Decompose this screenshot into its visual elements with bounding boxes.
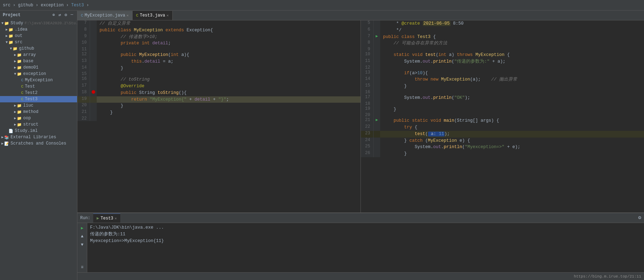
expand-icon: ▶ bbox=[14, 65, 16, 70]
line-gutter bbox=[373, 144, 380, 151]
bottom-tab-test3[interactable]: ▶ Test3 ✕ bbox=[93, 214, 120, 223]
expand-icon: ▶ bbox=[1, 141, 4, 146]
sidebar-item-study[interactable]: ▼ 📁 Study F:\java\IDEA2020.2\Stu... bbox=[0, 20, 77, 26]
table-row: 6 */ bbox=[361, 27, 644, 34]
line-content: // 可能会存在异常的方法 bbox=[380, 40, 644, 47]
bottom-tab-bar: Run: ▶ Test3 ✕ bbox=[77, 213, 644, 223]
line-number: 10 bbox=[361, 52, 373, 58]
sidebar-item-method[interactable]: ▶ 📁 method bbox=[0, 109, 77, 115]
line-number: 8 bbox=[361, 40, 373, 47]
sidebar-item-demo01[interactable]: ▶ 📁 demo01 bbox=[0, 64, 77, 71]
tab-bar: C MyException.java ✕ C Test3.java ✕ bbox=[77, 11, 644, 20]
line-content: } bbox=[97, 103, 361, 109]
sidebar-item-study-iml[interactable]: ▶ 📄 Study.iml bbox=[0, 128, 77, 134]
scroll-down-btn[interactable]: ▼ bbox=[79, 241, 86, 248]
table-row: 21 } bbox=[77, 109, 361, 116]
struct-label: struct bbox=[23, 122, 38, 127]
run-btn[interactable]: ▶ bbox=[79, 224, 86, 231]
bottom-tab-bar-wrapper: Run: ▶ Test3 ✕ ⚙ bbox=[77, 213, 644, 223]
test3-label: Test3 bbox=[25, 97, 38, 102]
sidebar-item-idea[interactable]: ▶ 📁 .idea bbox=[0, 26, 77, 33]
sidebar-item-myexception[interactable]: ▶ C MyException bbox=[0, 77, 77, 83]
line-content: System.out.println("传递的参数为:" + a); bbox=[380, 58, 644, 65]
sidebar-item-test2[interactable]: ▶ C Test2 bbox=[0, 90, 77, 96]
line-number: 14 bbox=[361, 76, 373, 83]
sidebar-item-external-libraries[interactable]: ▶ 📚 External Libraries bbox=[0, 134, 77, 140]
expand-icon: ▶ bbox=[14, 110, 16, 114]
sidebar-item-base[interactable]: ▶ 📁 base bbox=[0, 58, 77, 64]
line-number: 9 bbox=[361, 47, 373, 52]
sidebar-item-exception[interactable]: ▼ 📁 exception bbox=[0, 71, 77, 77]
console-line-cmd: F:\Java\JDK\bin\java.exe ... bbox=[90, 224, 641, 231]
sidebar-item-src[interactable]: ▼ 📁 src bbox=[0, 39, 77, 45]
line-gutter bbox=[90, 20, 97, 27]
study-iml-label: Study.iml bbox=[15, 128, 38, 133]
settings-gear-btn[interactable]: ⚙ bbox=[638, 215, 641, 221]
folder-icon: 📁 bbox=[17, 110, 22, 114]
idea-label: .idea bbox=[15, 27, 27, 32]
sidebar-item-struct[interactable]: ▶ 📁 struct bbox=[0, 121, 77, 128]
folder-icon: 📁 bbox=[8, 27, 13, 32]
table-row: 16 bbox=[361, 90, 644, 95]
line-gutter bbox=[373, 83, 380, 90]
table-row: 9 // 传递数字>10; bbox=[77, 34, 361, 40]
line-number: 17 bbox=[361, 95, 373, 101]
line-number: 11 bbox=[77, 47, 90, 52]
bottom-panel: Run: ▶ Test3 ✕ ⚙ ▶ ▲ ▼ ≡ F:\Java\J bbox=[77, 212, 644, 272]
sidebar-item-github[interactable]: ▼ 📁 github bbox=[0, 45, 77, 52]
line-content: public MyException(int a){ bbox=[97, 52, 361, 58]
line-content bbox=[380, 47, 644, 52]
tab-myexception-close[interactable]: ✕ bbox=[127, 13, 129, 18]
sidebar-sync-btn[interactable]: ⇄ bbox=[57, 12, 62, 18]
demo01-label: demo01 bbox=[23, 65, 38, 70]
sidebar-item-test[interactable]: ▶ C Test bbox=[0, 83, 77, 90]
sidebar-item-oop[interactable]: ▶ 📁 oop bbox=[0, 115, 77, 121]
code-editor-right[interactable]: 5 * @create 2021-06-05 8:50 6 */ bbox=[361, 20, 644, 212]
test2-label: Test2 bbox=[25, 90, 38, 95]
sidebar-add-btn[interactable]: ⊕ bbox=[51, 12, 56, 18]
status-text: https://bing.m.irue.top/21:11 bbox=[574, 274, 641, 279]
sidebar-item-scratches[interactable]: ▶ 📝 Scratches and Consoles bbox=[0, 140, 77, 147]
line-content bbox=[380, 90, 644, 95]
line-content: } bbox=[97, 109, 361, 116]
sidebar-settings-btn[interactable]: ⚙ bbox=[64, 12, 68, 18]
tab-myexception[interactable]: C MyException.java ✕ bbox=[77, 11, 133, 20]
sidebar-item-liuc[interactable]: ▶ 📁 liuc bbox=[0, 102, 77, 109]
table-row: 17 System.out.println("OK"); bbox=[361, 95, 644, 101]
sidebar-item-out[interactable]: ▶ 📁 out bbox=[0, 33, 77, 39]
bottom-tab-close[interactable]: ✕ bbox=[115, 216, 117, 221]
table-row: 24 } catch (MyException e) { bbox=[361, 138, 644, 144]
base-label: base bbox=[23, 59, 33, 64]
table-row: 11 bbox=[77, 47, 361, 52]
method-label: method bbox=[23, 109, 38, 114]
editor-pane-left: 7 // 自定义异常 8 public class MyException ex… bbox=[77, 20, 361, 212]
table-row: 10 static void test(int a) throws MyExce… bbox=[361, 52, 644, 58]
line-gutter bbox=[90, 103, 97, 109]
src-label: src bbox=[15, 40, 23, 45]
line-content bbox=[97, 116, 361, 121]
code-editor-left[interactable]: 7 // 自定义异常 8 public class MyException ex… bbox=[77, 20, 361, 212]
line-number: 10 bbox=[77, 40, 90, 47]
table-row: 14 } bbox=[77, 65, 361, 72]
folder-icon: 📁 bbox=[13, 46, 18, 51]
sidebar-item-test3[interactable]: ▶ C Test3 bbox=[0, 96, 77, 102]
table-row: 5 * @create 2021-06-05 8:50 bbox=[361, 20, 644, 27]
tab-test3[interactable]: C Test3.java ✕ bbox=[133, 11, 173, 20]
table-row: 7 // 自定义异常 bbox=[77, 20, 361, 27]
line-gutter-breakpoint: ⬤ bbox=[90, 90, 97, 96]
line-content: public static void main(String[] args) { bbox=[380, 117, 644, 124]
line-gutter bbox=[90, 34, 97, 40]
table-row: 20 } bbox=[77, 103, 361, 109]
line-gutter bbox=[90, 40, 97, 47]
scroll-up-btn[interactable]: ▲ bbox=[79, 233, 86, 240]
wrap-btn[interactable]: ≡ bbox=[79, 264, 86, 271]
line-number: 25 bbox=[361, 144, 373, 151]
editor-area: C MyException.java ✕ C Test3.java ✕ 7 bbox=[77, 11, 644, 280]
sidebar-item-array[interactable]: ▶ 📁 array bbox=[0, 52, 77, 58]
line-content: */ bbox=[380, 27, 644, 34]
folder-icon: 📁 bbox=[17, 103, 22, 108]
sidebar-collapse-btn[interactable]: — bbox=[70, 12, 74, 18]
line-number: 9 bbox=[77, 34, 90, 40]
tab-test3-close[interactable]: ✕ bbox=[166, 13, 168, 18]
line-number: 15 bbox=[361, 83, 373, 90]
